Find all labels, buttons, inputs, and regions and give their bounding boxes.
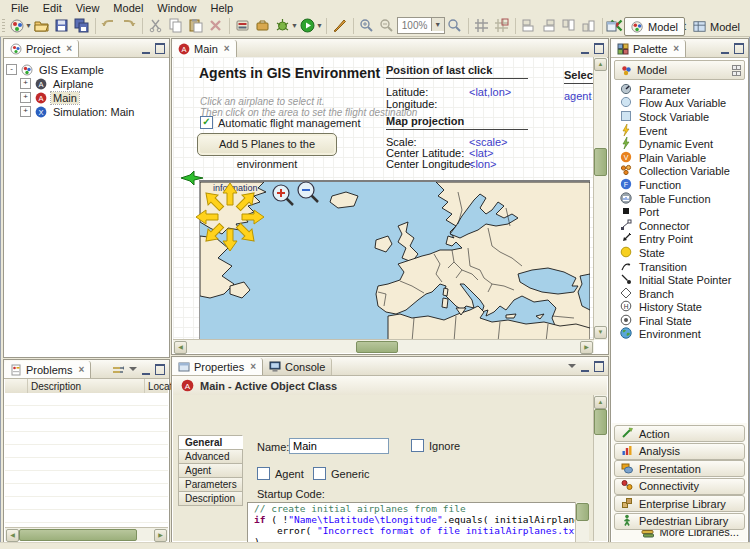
scroll-thumb[interactable] [576,503,589,521]
properties-tab-description[interactable]: Description [178,491,243,506]
redo-button[interactable] [119,17,139,35]
palette-item-initial-state-pointer[interactable]: Initial State Pointer [612,273,747,287]
paste-button[interactable] [186,17,206,35]
palette-item-dynamic-event[interactable]: Dynamic Event [612,137,747,151]
scroll-thumb[interactable] [594,409,607,435]
palette-item-transition[interactable]: Transition [612,260,747,274]
problems-hscrollbar[interactable]: ◀ ▶ [5,527,168,541]
palette-item-function[interactable]: FFunction [612,178,747,192]
minimize-icon[interactable] [581,362,589,372]
perspective-model-exploration-button[interactable]: Model [687,18,746,35]
zoom-out-button[interactable] [377,17,397,35]
palette-item-parameter[interactable]: Parameter [612,83,747,97]
minimize-icon[interactable] [581,44,589,54]
zoom-reset-button[interactable] [445,17,465,35]
palette-item-branch[interactable]: Branch [612,287,747,301]
palette-item-port[interactable]: Port [612,205,747,219]
palette-group-action[interactable]: Action [614,425,745,442]
model-canvas[interactable]: Agents in GIS Environment Click an airpl… [173,57,594,340]
menu-file[interactable]: File [4,1,36,15]
tree-item-gis-example[interactable]: -GIS Example [6,63,167,76]
debug-button[interactable] [273,17,293,35]
scroll-left-icon[interactable]: ◀ [6,529,19,542]
tab-console[interactable]: Console [263,358,332,375]
auto-flight-checkbox[interactable]: ✓ [200,116,213,129]
column-description[interactable]: Description [31,381,81,392]
name-input[interactable] [289,438,389,454]
run-button[interactable] [298,17,318,35]
scroll-left-icon[interactable]: ◀ [174,341,187,354]
paintbrush-button[interactable] [330,17,350,35]
properties-tab-agent[interactable]: Agent [178,463,243,478]
align-right-button[interactable] [539,17,559,35]
align-left-button[interactable] [519,17,539,35]
tab-main-editor[interactable]: A Main × [172,40,237,57]
properties-tab-parameters[interactable]: Parameters [178,477,243,492]
maximize-icon[interactable] [155,364,165,375]
tab-project[interactable]: Project × [4,40,79,57]
maximize-icon[interactable] [734,43,744,54]
menu-view[interactable]: View [69,1,107,15]
palette-layout-toggle-icon[interactable] [732,65,739,76]
properties-tab-general[interactable]: General [178,435,243,450]
editor-hscrollbar[interactable]: ◀ ▶ [173,339,594,353]
run-dropdown-icon[interactable]: ▼ [316,22,323,29]
scroll-down-icon[interactable]: ▼ [594,326,607,339]
scroll-thumb[interactable] [356,341,398,353]
scroll-right-icon[interactable]: ▶ [154,529,167,542]
tree-item-main[interactable]: +AMain [20,91,167,104]
maximize-icon[interactable] [594,361,604,372]
new-model-button[interactable] [7,17,27,35]
debug-dropdown-icon[interactable]: ▼ [291,22,298,29]
zoom-level-select[interactable]: 100%▼ [397,17,445,34]
open-perspective-button[interactable] [602,18,622,36]
align-bottom-button[interactable] [579,17,599,35]
close-icon[interactable]: × [250,361,256,372]
palette-item-collection-variable[interactable]: Collection Variable [612,165,747,179]
perspective-model-button[interactable]: Model [624,17,685,36]
palette-item-entry-point[interactable]: Entry Point [612,233,747,247]
add-planes-button[interactable]: Add 5 Planes to the environment [197,133,337,156]
editor-vscrollbar[interactable]: ▲ ▼ [593,57,607,340]
ignore-checkbox[interactable] [411,439,424,452]
cut-button[interactable] [146,17,166,35]
scroll-right-icon[interactable]: ▶ [580,341,593,354]
tab-properties[interactable]: Properties × [172,358,263,375]
menu-window[interactable]: Window [150,1,203,15]
build-button[interactable] [233,17,253,35]
filter-icon[interactable] [112,365,124,375]
agent-checkbox[interactable] [257,467,270,480]
palette-group-connectivity[interactable]: Connectivity [614,478,745,495]
close-icon[interactable]: × [673,43,679,54]
properties-tab-advanced[interactable]: Advanced [178,449,243,464]
delete-button[interactable] [206,17,226,35]
zoom-in-button[interactable] [357,17,377,35]
tree-item-airplane[interactable]: +AAirplane [20,77,167,90]
menu-edit[interactable]: Edit [36,1,69,15]
maximize-icon[interactable] [155,43,165,54]
tab-palette[interactable]: Palette × [611,40,686,57]
close-icon[interactable]: × [66,43,72,54]
collapse-icon[interactable]: - [6,64,17,75]
copy-button[interactable] [166,17,186,35]
grid-toggle-button[interactable] [472,17,492,35]
save-all-button[interactable] [72,17,92,35]
new-model-dropdown-icon[interactable]: ▼ [25,22,32,29]
open-button[interactable] [32,17,52,35]
scroll-thumb[interactable] [19,529,137,541]
palette-item-final-state[interactable]: Final State [612,314,747,328]
view-menu-icon[interactable] [129,367,137,371]
scroll-up-icon[interactable]: ▲ [594,58,607,71]
tab-problems[interactable]: Problems × [4,361,91,378]
palette-item-state[interactable]: State [612,246,747,260]
gis-map[interactable] [199,180,590,340]
palette-item-connector[interactable]: Connector [612,219,747,233]
expand-icon[interactable]: + [20,78,31,89]
palette-group-analysis[interactable]: Analysis [614,443,745,460]
minimize-icon[interactable] [721,44,729,54]
generic-checkbox[interactable] [313,467,326,480]
view-menu-icon[interactable] [568,364,576,368]
palette-item-flow-aux-variable[interactable]: Flow Aux Variable [612,97,747,111]
palette-group-enterprise-library[interactable]: Enterprise Library [614,495,745,512]
expand-icon[interactable]: + [20,106,31,117]
